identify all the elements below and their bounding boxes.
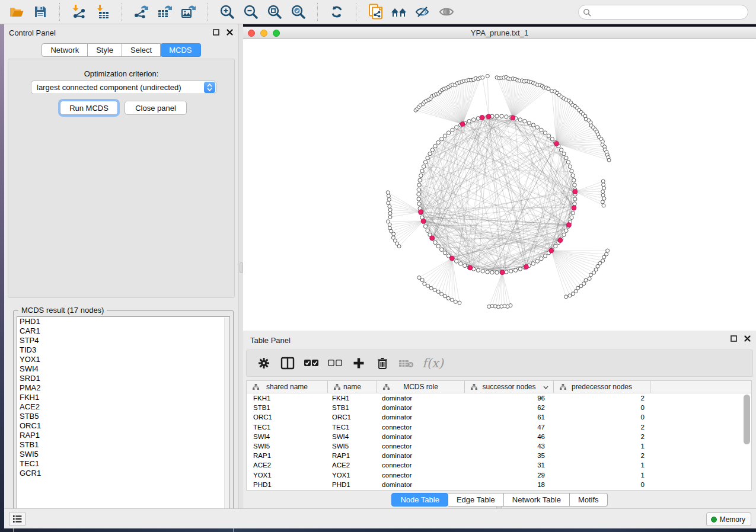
graph-node[interactable] (509, 270, 513, 273)
graph-leaf-node[interactable] (602, 255, 606, 259)
graph-node[interactable] (531, 123, 535, 127)
cell-predecessor-nodes[interactable]: 2 (554, 424, 650, 431)
float-panel-icon[interactable] (212, 28, 220, 36)
mcds-result-item[interactable]: TID3 (17, 345, 229, 355)
graph-node[interactable] (523, 119, 527, 123)
cell-MCDS-role[interactable]: dominator (377, 433, 465, 440)
graph-node[interactable] (505, 270, 508, 274)
tab-network[interactable]: Network (42, 43, 88, 57)
graph-node[interactable] (559, 148, 563, 152)
graph-leaf-node[interactable] (387, 198, 391, 201)
graph-leaf-node[interactable] (576, 286, 580, 290)
graph-node[interactable] (426, 156, 429, 160)
tab-mcds[interactable]: MCDS (161, 43, 200, 57)
graph-leaf-node[interactable] (601, 180, 605, 183)
graph-node[interactable] (440, 248, 444, 251)
tab-network-table[interactable]: Network Table (504, 493, 570, 507)
graph-node[interactable] (436, 244, 440, 248)
graph-node[interactable] (527, 121, 531, 124)
table-row[interactable]: PHD1PHD1dominator180 (247, 480, 751, 489)
graph-leaf-node[interactable] (564, 295, 568, 299)
cell-predecessor-nodes[interactable]: 0 (554, 414, 650, 421)
table-scrollbar-thumb[interactable] (744, 395, 750, 444)
cell-successor-nodes[interactable]: 18 (465, 481, 554, 488)
graph-leaf-node[interactable] (579, 284, 583, 288)
graph-node[interactable] (430, 148, 434, 152)
graph-node[interactable] (426, 229, 429, 232)
graph-node[interactable] (571, 211, 575, 214)
mcds-result-item[interactable]: SWI5 (17, 450, 229, 459)
graph-node[interactable] (535, 126, 539, 129)
memory-button[interactable]: Memory (706, 512, 751, 526)
export-table-button[interactable] (153, 2, 177, 22)
cell-shared-name[interactable]: STB1 (247, 404, 328, 411)
save-session-button[interactable] (28, 2, 52, 22)
graph-leaf-node[interactable] (450, 298, 454, 302)
column-header-predecessor-nodes[interactable]: predecessor nodes (554, 381, 650, 393)
hide-graphics-details-button[interactable] (411, 2, 435, 22)
graph-leaf-node[interactable] (388, 211, 392, 215)
graph-mcds-node[interactable] (419, 210, 423, 214)
mcds-result-item[interactable]: PHD1 (17, 317, 229, 326)
graph-node[interactable] (420, 169, 424, 173)
graph-node[interactable] (518, 118, 522, 121)
graph-node[interactable] (428, 152, 432, 156)
graph-leaf-node[interactable] (440, 292, 444, 296)
tab-select[interactable]: Select (122, 43, 161, 57)
mcds-result-item[interactable]: SRD1 (17, 374, 229, 383)
graph-node[interactable] (500, 114, 503, 118)
graph-leaf-node[interactable] (387, 220, 390, 223)
graph-leaf-node[interactable] (602, 197, 606, 200)
mcds-result-item[interactable]: GCR1 (17, 469, 229, 478)
graph-leaf-node[interactable] (601, 200, 604, 204)
graph-node[interactable] (433, 144, 437, 148)
graph-mcds-node[interactable] (500, 270, 505, 275)
table-row[interactable]: TEC1TEC1connector472 (247, 422, 751, 432)
graph-node[interactable] (443, 134, 446, 137)
mcds-result-list[interactable]: PHD1CAR1STP4TID3YOX1SWI4SRD1PMA2FKH1ACE2… (17, 316, 230, 528)
graph-node[interactable] (531, 262, 535, 265)
mcds-result-item[interactable]: ORC1 (17, 421, 229, 431)
cell-name[interactable]: YOX1 (328, 472, 377, 479)
cell-name[interactable]: STB1 (328, 404, 377, 411)
graph-leaf-node[interactable] (458, 301, 461, 305)
graph-leaf-node[interactable] (388, 208, 392, 211)
table-row[interactable]: FKH1FKH1dominator962 (247, 393, 751, 403)
graph-leaf-node[interactable] (454, 300, 457, 303)
mcds-result-item[interactable]: TEC1 (17, 459, 229, 469)
zoom-in-button[interactable] (215, 2, 239, 22)
table-row[interactable]: ACE2ACE2connector311 (247, 460, 751, 470)
graph-mcds-node[interactable] (524, 265, 529, 270)
graph-node[interactable] (535, 259, 539, 263)
column-header-successor-nodes[interactable]: successor nodes (465, 381, 554, 393)
graph-mcds-node[interactable] (486, 114, 491, 119)
graph-leaf-node[interactable] (602, 183, 605, 187)
network-from-clipboard-button[interactable] (363, 2, 387, 22)
zoom-selected-button[interactable] (286, 2, 310, 22)
graph-leaf-node[interactable] (571, 292, 575, 296)
graph-mcds-node[interactable] (468, 265, 473, 270)
graph-leaf-node[interactable] (592, 271, 596, 274)
graph-mcds-node[interactable] (421, 219, 426, 223)
graph-node[interactable] (440, 137, 444, 141)
table-row[interactable]: YOX1YOX1connector291 (247, 470, 751, 480)
network-graph[interactable] (243, 39, 756, 331)
cell-name[interactable]: SWI5 (328, 443, 377, 450)
mcds-result-item[interactable]: FKH1 (17, 393, 229, 402)
cell-shared-name[interactable]: SWI5 (247, 443, 328, 450)
export-image-button[interactable] (177, 2, 200, 22)
cell-shared-name[interactable]: RAP1 (247, 452, 328, 459)
graph-node[interactable] (443, 251, 446, 255)
graph-leaf-node[interactable] (547, 87, 550, 91)
run-mcds-button[interactable]: Run MCDS (60, 101, 118, 115)
search-field[interactable] (578, 5, 748, 20)
graph-mcds-node[interactable] (558, 238, 563, 243)
deselect-all-button[interactable] (325, 353, 345, 373)
cell-MCDS-role[interactable]: connector (377, 472, 465, 479)
import-network-button[interactable] (67, 2, 91, 22)
table-scrollbar[interactable] (744, 395, 750, 489)
graph-mcds-node[interactable] (572, 206, 576, 210)
task-history-button[interactable] (9, 512, 25, 526)
mcds-result-item[interactable]: STB5 (17, 412, 229, 421)
graph-node[interactable] (495, 114, 499, 118)
